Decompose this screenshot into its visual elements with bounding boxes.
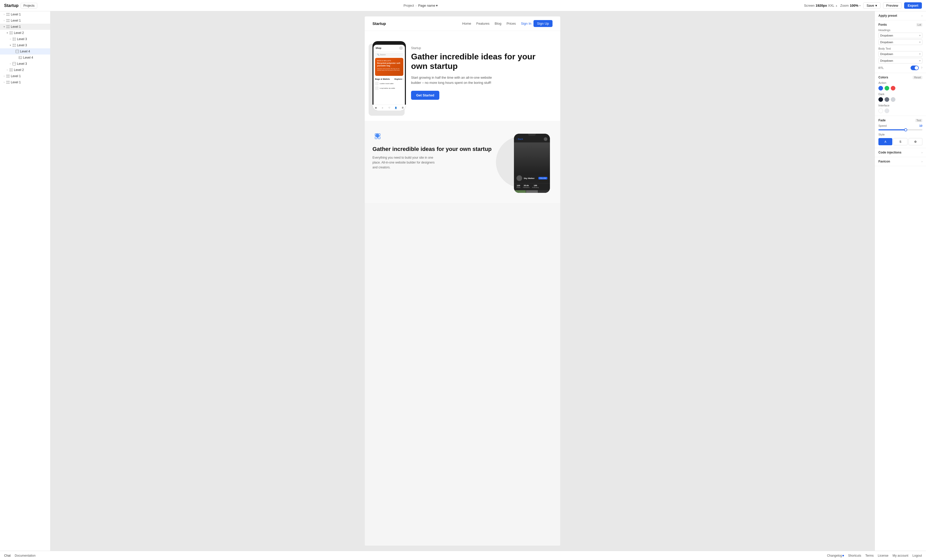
fp-back-label: ‹ Back (516, 138, 523, 140)
changelog-link[interactable]: Changelog (827, 554, 844, 557)
style-btn-s[interactable]: S (893, 138, 907, 145)
my-account-link[interactable]: My account (893, 554, 908, 557)
body-text-row: Body Text (878, 47, 922, 50)
layer-item-l1c[interactable]: ▾Level 1··· (0, 24, 50, 30)
layer-label-l1b: Level 1 (11, 19, 21, 23)
layer-label-l1e: Level 1 (11, 80, 21, 84)
layer-item-l4a[interactable]: Level 4··· (0, 48, 50, 54)
fade-slider-track[interactable] (878, 129, 922, 130)
layer-label-l1a: Level 1 (11, 13, 21, 16)
fade-slider-thumb[interactable] (904, 128, 907, 131)
code-injections-header[interactable]: Code injections › (878, 151, 922, 154)
hero-label: Startup (411, 46, 552, 50)
svg-rect-34 (6, 75, 8, 76)
layer-item-l1e[interactable]: ›Level 1··· (0, 79, 50, 85)
canvas-area[interactable]: Startup Home Features Blog Prices Sign I… (50, 11, 875, 551)
dark-color-light[interactable] (891, 97, 896, 102)
phone-product-text-2: Long leather zip wallet (380, 88, 395, 89)
hero-phone: Shop 🔍 Search BAGS & WALLETS Recycled po… (372, 41, 406, 110)
rtl-toggle-container: RTL ? (878, 66, 922, 70)
layer-item-l1b[interactable]: ›Level 1··· (0, 18, 50, 24)
layer-toggle-l3a: › (9, 38, 12, 41)
fade-slider-fill (878, 129, 906, 130)
nav-link-home[interactable]: Home (462, 22, 471, 26)
body-dropdown-1[interactable]: Dropdown ▾ (878, 51, 922, 57)
heading-dropdown-1-chevron-icon: ▾ (919, 34, 921, 37)
nav-link-prices[interactable]: Prices (507, 22, 516, 26)
body-dropdown-2[interactable]: Dropdown ▾ (878, 58, 922, 63)
style-btn-gear[interactable]: ⚙ (908, 138, 922, 145)
svg-rect-21 (14, 44, 16, 45)
projects-button[interactable]: Projects (21, 3, 37, 9)
dark-color-black[interactable] (878, 97, 883, 102)
svg-rect-0 (6, 13, 8, 14)
rtl-question-icon: ? (921, 66, 922, 69)
layer-item-l2a[interactable]: ▾Level 2··· (0, 30, 50, 36)
svg-rect-2 (6, 15, 8, 16)
svg-point-27 (19, 57, 20, 58)
save-button[interactable]: Save ▾ (863, 2, 881, 9)
rtl-toggle[interactable] (911, 66, 919, 70)
action-label: Action (878, 81, 887, 85)
screen-dropdown[interactable]: Screen 1920px XXL ▲ (804, 4, 838, 8)
page-name-button[interactable]: Page name ▾ (418, 4, 438, 8)
signin-button[interactable]: Sign In (521, 22, 531, 26)
logout-link[interactable]: Logout (912, 554, 922, 557)
svg-rect-38 (6, 81, 8, 82)
heading-dropdown-2[interactable]: Dropdown ▾ (878, 39, 922, 45)
colors-reset-button[interactable]: Reset (912, 76, 922, 79)
layer-label-l1c: Level 1 (11, 25, 21, 29)
terms-link[interactable]: Terms (865, 554, 874, 557)
style-btn-a[interactable]: A (878, 138, 892, 145)
export-button[interactable]: Export (904, 2, 922, 9)
heading-dropdown-2-value: Dropdown (880, 41, 893, 44)
fp-avatar (516, 175, 522, 181)
nav-link-blog[interactable]: Blog (495, 22, 501, 26)
layer-sidebar: ›Level 1···›Level 1···▾Level 1···▾Level … (0, 11, 50, 551)
heading-dropdown-1[interactable]: Dropdown ▾ (878, 33, 922, 38)
dark-color-gray[interactable] (885, 97, 889, 102)
signup-button[interactable]: Sign Up (534, 20, 552, 27)
action-color-green[interactable] (885, 86, 889, 91)
layer-toggle-l2a: ▾ (6, 32, 9, 35)
layer-item-l2b[interactable]: ›Level 2··· (0, 67, 50, 73)
layer-item-l1d[interactable]: ›Level 1··· (0, 73, 50, 79)
svg-rect-17 (14, 38, 16, 39)
fonts-header[interactable]: Fonts Lot (878, 23, 922, 27)
layer-item-l1a[interactable]: ›Level 1··· (0, 11, 50, 18)
action-color-blue[interactable] (878, 86, 883, 91)
nav-link-features[interactable]: Features (477, 22, 489, 26)
svg-rect-31 (11, 68, 13, 70)
layer-toggle-l2b: › (6, 68, 9, 71)
get-started-button[interactable]: Get Started (411, 91, 439, 100)
layer-icon-grid (6, 25, 10, 29)
layer-toggle-l4b (15, 56, 18, 59)
layer-item-l4b[interactable]: Level 4··· (0, 54, 50, 61)
zoom-dropdown[interactable]: Zoom 100% ▾ (840, 4, 860, 8)
svg-rect-6 (6, 21, 8, 22)
interface-color-gray[interactable] (885, 109, 889, 113)
layer-item-l3c[interactable]: ›Level 3··· (0, 61, 50, 67)
topbar-center: Project › Page name ▾ (40, 4, 801, 8)
fp-photo (514, 142, 550, 173)
fade-section: Fade Test Speed 10 Style A S (875, 116, 926, 148)
action-color-red[interactable] (891, 86, 896, 91)
chat-link[interactable]: Chat (4, 554, 11, 557)
preview-button[interactable]: Preview (883, 2, 902, 9)
rtl-toggle-group: ? (911, 66, 922, 70)
license-link[interactable]: License (878, 554, 888, 557)
layer-toggle-l1e: › (3, 81, 6, 84)
layer-item-l3b[interactable]: ▾Level 3··· (0, 42, 50, 48)
layer-item-l3a[interactable]: ›Level 3··· (0, 36, 50, 42)
interface-color-white[interactable] (878, 109, 883, 113)
apply-preset-header[interactable]: Apply preset › (878, 14, 922, 18)
documentation-link[interactable]: Documentation (15, 554, 35, 557)
features-phone-screen: ‹ Back Sky Walker FOLLOW (514, 134, 550, 193)
topbar-left: Startup Projects (4, 3, 37, 9)
shortcuts-link[interactable]: Shortcuts (848, 554, 861, 557)
fonts-badge: Lot (916, 23, 922, 27)
favicon-chevron-icon: › (921, 160, 922, 163)
bottom-left: Chat Documentation (4, 554, 35, 557)
favicon-header[interactable]: Favicon › (878, 160, 922, 163)
svg-rect-1 (8, 13, 9, 14)
